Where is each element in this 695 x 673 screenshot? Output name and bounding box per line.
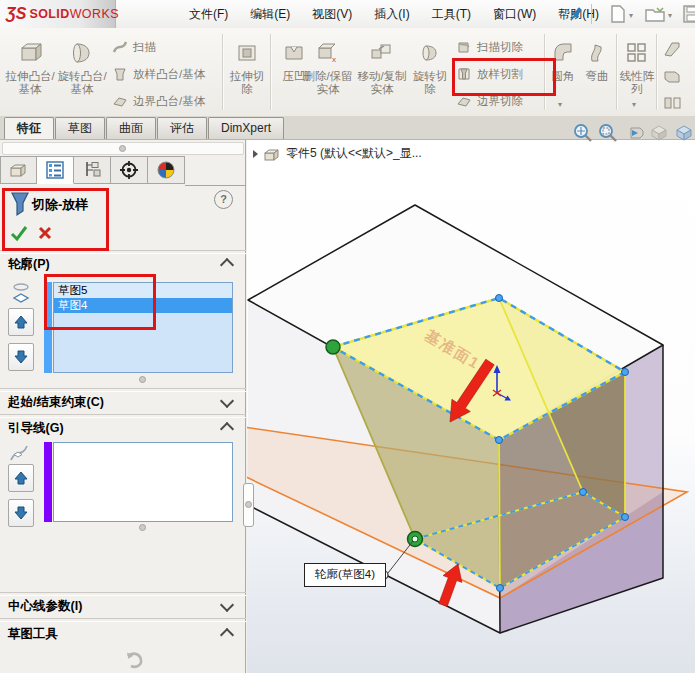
loft-boss-button[interactable]: 放样凸台/基体 [112,65,205,83]
cancel-x-icon[interactable] [40,228,50,238]
fillet-dropdown-icon[interactable]: ▾ [558,100,562,109]
section-divider [0,388,246,392]
propertymanager-tab[interactable] [37,156,74,184]
undo-icon[interactable] [122,650,146,670]
arrow-down-icon [13,505,29,521]
section-start-end-header[interactable]: 起始/结束约束(C) [8,394,104,411]
menu-tools[interactable]: 工具(T) [423,2,480,27]
help-icon[interactable]: ? [214,190,233,209]
profile-item-sketch5[interactable]: 草图5 [54,283,232,298]
section-divider [0,250,246,254]
sweep-cut-button[interactable]: 扫描切除 [456,38,523,56]
move-copy-body-button[interactable]: 移动/复制实体 [356,36,408,96]
graphics-viewport[interactable]: 基准面1 [247,140,695,673]
profile-item-sketch4-selected[interactable]: 草图4 [54,298,232,313]
extrude-cut-button[interactable]: 拉伸切除 [226,36,268,96]
save-icon[interactable] [681,3,695,25]
chevron-down-icon[interactable] [220,598,234,612]
menu-window[interactable]: 窗口(W) [484,2,545,27]
tab-features[interactable]: 特征 [4,117,54,139]
displaymanager-icon [155,160,177,180]
solidworks-logo: ƷS SOLIDWORKS [0,0,116,28]
configurationmanager-tab[interactable] [74,156,111,184]
loft-boss-label: 放样凸台/基体 [133,67,205,82]
view-orientation-icon[interactable] [673,121,695,145]
guide-curve-icon [8,442,30,464]
wrap-button[interactable] [663,67,681,85]
boundary-cut-button[interactable]: 边界切除 [456,92,523,110]
sweep-cut-icon [456,39,472,55]
tree-expand-icon[interactable] [253,150,258,158]
menu-file[interactable]: 文件(F) [180,2,237,27]
revolve-boss-button[interactable]: 旋转凸台/基体 [56,36,108,96]
rib-icon [663,40,681,58]
listbox-resize-dot[interactable] [139,524,146,531]
pin-icon[interactable] [566,4,586,24]
loft-cut-label: 放样切割 [477,67,523,82]
tab-sketch[interactable]: 草图 [55,117,105,139]
panel-splitter-handle[interactable] [243,483,254,527]
guide-listbox[interactable] [53,442,233,522]
sweep-boss-button[interactable]: 扫描 [112,38,156,56]
zoom-fit-icon[interactable] [572,121,594,145]
section-guide-curves-header[interactable]: 引导线(G) [8,420,64,437]
tab-evaluate[interactable]: 评估 [157,117,207,139]
chevron-down-icon[interactable] [220,394,234,408]
selected-vertex-bottom[interactable] [408,532,423,547]
section-divider [0,618,246,622]
boundary-boss-icon [112,93,128,109]
linear-pattern-button[interactable]: 线性阵列 [618,36,656,96]
dimxpertmanager-tab[interactable] [111,156,148,184]
chevron-up-icon[interactable] [220,258,234,272]
ds-logo-icon: ƷS [6,5,26,23]
selected-vertex-top[interactable] [326,340,340,354]
flex-button[interactable]: 弯曲 [580,36,614,83]
move-guide-down-button[interactable] [8,499,34,527]
zoom-area-icon[interactable] [597,121,619,145]
svg-text:x: x [332,55,336,64]
revolve-cut-button[interactable]: 旋转切除 [408,36,452,96]
move-profile-up-button[interactable] [8,308,34,336]
sweep-icon [112,39,128,55]
featuremanager-icon [8,160,30,180]
open-icon[interactable] [644,3,666,25]
toolbar-separator [591,4,592,24]
section-divider [0,592,246,596]
profiles-listbox[interactable]: 草图5 草图4 [53,282,233,373]
extrude-boss-button[interactable]: 拉伸凸台/基体 [4,36,56,96]
chevron-up-icon[interactable] [220,422,234,436]
menu-view[interactable]: 视图(V) [303,2,361,27]
revolve-cut-label: 旋转切除 [408,70,452,96]
section-centerline-header[interactable]: 中心线参数(I) [8,598,82,615]
fillet-button[interactable]: 圆角 [546,36,580,83]
mirror-button[interactable] [663,94,681,112]
profile-callout[interactable]: 轮廓(草图4) [304,563,386,587]
section-sketch-tools-header[interactable]: 草图工具 [8,626,58,643]
tab-dimxpert[interactable]: DimXpert [208,117,284,139]
panel-top-splitter[interactable] [2,142,244,155]
section-view-icon[interactable] [648,121,670,145]
delete-keep-body-icon: x [302,36,354,70]
boundary-boss-button[interactable]: 边界凸台/基体 [112,92,205,110]
feature-tree-root[interactable]: 零件5 (默认<<默认>_显... [253,145,422,162]
loft-cut-button[interactable]: 放样切割 [456,65,523,83]
new-document-icon[interactable] [607,3,629,25]
featuremanager-tab[interactable] [0,156,37,184]
ok-check-icon[interactable] [12,227,26,239]
linear-pattern-label: 线性阵列 [618,70,656,96]
menu-insert[interactable]: 插入(I) [365,2,418,27]
section-profiles-header[interactable]: 轮廓(P) [8,256,50,273]
tab-surfaces[interactable]: 曲面 [106,117,156,139]
move-profile-down-button[interactable] [8,343,34,371]
move-guide-up-button[interactable] [8,464,34,492]
chevron-up-icon[interactable] [220,628,234,642]
displaymanager-tab[interactable] [148,156,185,184]
new-document-dropdown-icon[interactable]: ▾ [629,11,639,21]
menu-edit[interactable]: 编辑(E) [241,2,299,27]
delete-keep-body-button[interactable]: x 删除/保留实体 [302,36,354,96]
listbox-resize-dot[interactable] [139,376,146,383]
linear-pattern-dropdown-icon[interactable]: ▾ [632,100,636,109]
rib-button[interactable] [663,40,681,58]
previous-view-icon[interactable] [622,121,644,145]
open-dropdown-icon[interactable]: ▾ [668,11,678,21]
